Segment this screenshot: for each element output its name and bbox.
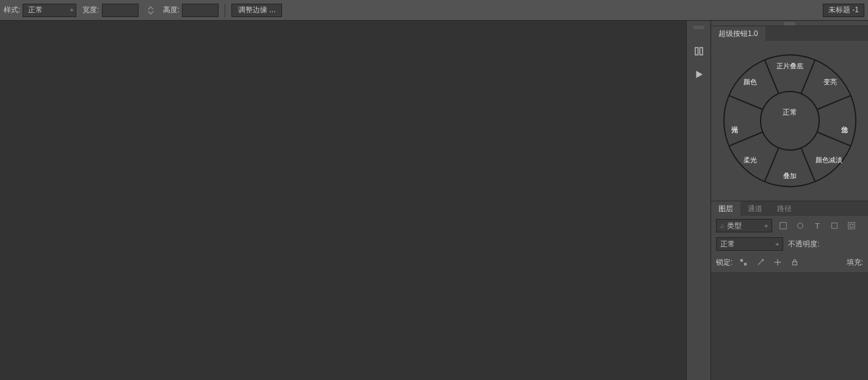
wheel-center-label: 正常 — [783, 107, 797, 118]
layer-filter-select[interactable]: ⌕类型 ÷ — [716, 219, 772, 232]
tab-label: 超级按钮1.0 — [718, 29, 758, 39]
layers-list[interactable] — [711, 272, 868, 380]
height-label: 高度: — [163, 5, 179, 15]
filter-smart-icon[interactable] — [845, 220, 858, 232]
search-icon: ⌕ — [720, 221, 725, 230]
chevron-down-icon: ÷ — [765, 223, 769, 229]
filter-type-icon[interactable]: T — [811, 220, 823, 232]
lock-position-icon[interactable] — [772, 256, 784, 268]
super-button-panel: 超级按钮1.0 — [711, 26, 868, 201]
svg-rect-0 — [695, 48, 698, 55]
svg-rect-14 — [832, 223, 837, 229]
layers-controls: ⌕类型 ÷ T 正常 ÷ 不透明度: 锁定 — [711, 216, 868, 272]
history-icon[interactable] — [692, 44, 706, 59]
tab-channels[interactable]: 通道 — [740, 201, 770, 216]
blend-mode-select[interactable]: 正常 ÷ — [716, 237, 783, 251]
svg-rect-18 — [744, 263, 747, 265]
width-group: 宽度: — [82, 4, 138, 17]
tab-super-button[interactable]: 超级按钮1.0 — [711, 26, 765, 41]
lock-all-icon[interactable] — [789, 256, 801, 268]
svg-rect-15 — [848, 223, 855, 229]
layers-panel: 图层 通道 路径 ⌕类型 ÷ T 正常 — [711, 201, 868, 380]
width-label: 宽度: — [82, 5, 99, 15]
actions-play-icon[interactable] — [692, 67, 706, 82]
canvas[interactable] — [0, 21, 686, 380]
main-area: 超级按钮1.0 — [0, 21, 868, 380]
lock-pixels-icon[interactable] — [754, 256, 767, 268]
tab-paths[interactable]: 路径 — [770, 201, 799, 216]
style-group: 样式: 正常 ÷ — [4, 4, 76, 17]
style-label: 样式: — [4, 5, 20, 15]
svg-rect-17 — [740, 259, 743, 262]
fill-label: 填充: — [847, 257, 863, 268]
wheel-body: 正常 正片叠底 变亮 滤色 颜色减淡 叠加 柔光 强光 颜色 — [711, 41, 868, 201]
svg-point-11 — [761, 91, 819, 150]
style-select[interactable]: 正常 ÷ — [23, 4, 76, 17]
svg-point-13 — [798, 223, 803, 229]
panel-header: 图层 通道 路径 — [711, 201, 868, 216]
filter-adjustment-icon[interactable] — [794, 220, 806, 232]
options-bar: 样式: 正常 ÷ 宽度: 高度: 调整边缘 ... 未标题 -1 — [0, 0, 868, 21]
chevron-down-icon: ÷ — [776, 241, 779, 248]
lock-label: 锁定: — [716, 257, 732, 268]
collapse-handle[interactable] — [693, 26, 704, 29]
opacity-label: 不透明度: — [788, 239, 819, 249]
refine-edge-label: 调整边缘 ... — [238, 5, 275, 15]
right-panels: 超级按钮1.0 — [711, 21, 868, 380]
wheel-svg — [720, 51, 860, 191]
tab-layers[interactable]: 图层 — [711, 201, 740, 216]
svg-rect-1 — [700, 48, 703, 55]
chevron-down-icon: ÷ — [70, 7, 74, 13]
document-title-tab[interactable]: 未标题 -1 — [823, 4, 864, 17]
document-title: 未标题 -1 — [828, 5, 859, 15]
filter-pixel-icon[interactable] — [777, 220, 789, 232]
svg-rect-19 — [793, 262, 797, 265]
lock-transparent-icon[interactable] — [737, 256, 750, 268]
collapsed-panel-strip — [686, 21, 711, 380]
panel-header: 超级按钮1.0 — [711, 26, 868, 41]
height-input[interactable] — [182, 4, 219, 17]
width-input[interactable] — [102, 4, 139, 17]
swap-dimensions-icon[interactable] — [145, 4, 157, 16]
svg-rect-16 — [850, 224, 853, 227]
svg-rect-12 — [780, 223, 787, 229]
height-group: 高度: — [163, 4, 219, 17]
filter-shape-icon[interactable] — [828, 220, 841, 232]
blend-mode-wheel[interactable]: 正常 正片叠底 变亮 滤色 颜色减淡 叠加 柔光 强光 颜色 — [720, 51, 860, 191]
refine-edge-button[interactable]: 调整边缘 ... — [231, 4, 282, 17]
style-value: 正常 — [28, 5, 43, 15]
